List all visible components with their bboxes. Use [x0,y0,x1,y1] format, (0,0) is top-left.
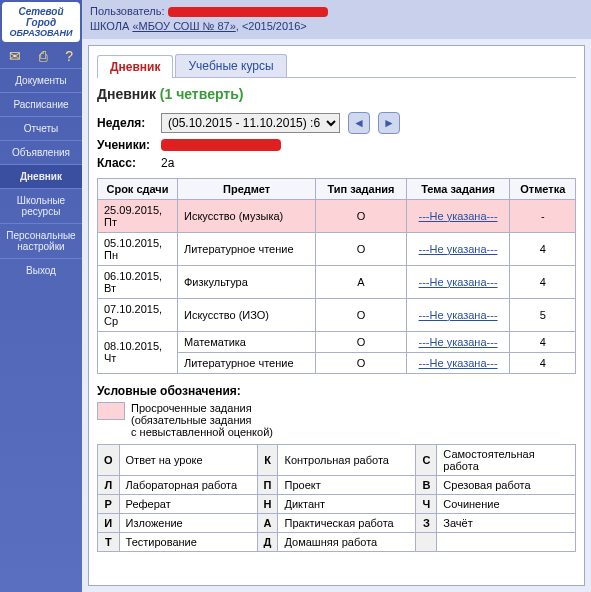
topic-link[interactable]: ---Не указана--- [419,276,498,288]
week-filter-row: Неделя: (05.10.2015 - 11.10.2015) :6 ◄ ► [97,112,576,134]
legend-row: ТТестированиеДДомашняя работа [98,532,576,551]
table-row: 05.10.2015, ПнЛитературное чтениеО---Не … [98,232,576,265]
legend-code: Д [257,532,278,551]
sidebar: Сетевой Город ОБРАЗОВАНИ ✉ ⎙ ? Документы… [0,0,82,592]
col-header: Срок сдачи [98,178,178,199]
subject-cell: Литературное чтение [178,232,316,265]
table-row: 08.10.2015, ЧтМатематикаО---Не указана--… [98,331,576,352]
legend-code: Л [98,475,120,494]
type-cell: О [316,199,406,232]
legend-desc: Ответ на уроке [119,444,257,475]
app-root: Сетевой Город ОБРАЗОВАНИ ✉ ⎙ ? Документы… [0,0,591,592]
nav-item-0[interactable]: Документы [0,68,82,92]
week-label: Неделя: [97,116,157,130]
topic-link[interactable]: ---Не указана--- [419,309,498,321]
type-cell: О [316,298,406,331]
legend-desc: Диктант [278,494,416,513]
type-cell: О [316,232,406,265]
legend-overdue-text: Просроченные задания(обязательные задани… [131,402,273,438]
legend-code: З [416,513,437,532]
logo-line1: Сетевой [4,6,78,17]
main-area: Пользователь: ШКОЛА «МБОУ СОШ № 87», <20… [82,0,591,592]
subject-cell: Искусство (ИЗО) [178,298,316,331]
legend-code: Р [98,494,120,513]
legend-code: С [416,444,437,475]
page-title: Дневник (1 четверть) [97,86,576,102]
col-header: Тема задания [406,178,510,199]
subject-cell: Математика [178,331,316,352]
legend-desc: Проект [278,475,416,494]
topic-link[interactable]: ---Не указана--- [419,210,498,222]
col-header: Предмет [178,178,316,199]
topic-cell: ---Не указана--- [406,265,510,298]
overdue-swatch [97,402,125,420]
legend-code: В [416,475,437,494]
legend-row: ЛЛабораторная работаППроектВСрезовая раб… [98,475,576,494]
table-row: 07.10.2015, СрИскусство (ИЗО)О---Не указ… [98,298,576,331]
print-icon[interactable]: ⎙ [39,48,47,64]
topic-link[interactable]: ---Не указана--- [419,243,498,255]
legend-code: И [98,513,120,532]
topic-cell: ---Не указана--- [406,352,510,373]
mail-icon[interactable]: ✉ [9,48,21,64]
prev-week-button[interactable]: ◄ [348,112,370,134]
tab-1[interactable]: Учебные курсы [175,54,286,77]
student-filter-row: Ученики: [97,138,576,152]
class-value: 2а [161,156,174,170]
table-row: 06.10.2015, ВтФизкультураА---Не указана-… [98,265,576,298]
legend-desc: Зачёт [437,513,576,532]
legend-desc: Сочинение [437,494,576,513]
legend-code: Ч [416,494,437,513]
nav-item-5[interactable]: Школьные ресурсы [0,188,82,223]
legend-code: П [257,475,278,494]
mark-cell: 5 [510,298,576,331]
topic-cell: ---Не указана--- [406,298,510,331]
date-cell: 08.10.2015, Чт [98,331,178,373]
school-link[interactable]: «МБОУ СОШ № 87» [132,20,235,32]
tab-0[interactable]: Дневник [97,55,173,78]
nav-item-1[interactable]: Расписание [0,92,82,116]
class-label: Класс: [97,156,157,170]
date-cell: 06.10.2015, Вт [98,265,178,298]
mark-cell: - [510,199,576,232]
col-header: Отметка [510,178,576,199]
school-label: ШКОЛА [90,20,129,32]
next-week-button[interactable]: ► [378,112,400,134]
subject-cell: Искусство (музыка) [178,199,316,232]
topic-cell: ---Не указана--- [406,232,510,265]
type-cell: О [316,352,406,373]
help-icon[interactable]: ? [65,48,73,64]
sidebar-icon-row: ✉ ⎙ ? [0,44,82,68]
mark-cell: 4 [510,232,576,265]
tabs: ДневникУчебные курсы [97,54,576,78]
legend-title: Условные обозначения: [97,384,576,398]
legend-desc: Изложение [119,513,257,532]
mark-cell: 4 [510,331,576,352]
grades-table: Срок сдачиПредметТип заданияТема задания… [97,178,576,374]
topic-link[interactable]: ---Не указана--- [419,336,498,348]
week-select[interactable]: (05.10.2015 - 11.10.2015) :6 [161,113,340,133]
nav-item-2[interactable]: Отчеты [0,116,82,140]
legend-table: ООтвет на урокеККонтрольная работаССамос… [97,444,576,552]
user-label: Пользователь: [90,5,164,17]
nav-item-3[interactable]: Объявления [0,140,82,164]
type-cell: А [316,265,406,298]
legend-code: Н [257,494,278,513]
type-cell: О [316,331,406,352]
legend-code: Т [98,532,120,551]
nav-item-7[interactable]: Выход [0,258,82,282]
legend-overdue-row: Просроченные задания(обязательные задани… [97,402,576,438]
date-cell: 25.09.2015, Пт [98,199,178,232]
topic-cell: ---Не указана--- [406,331,510,352]
class-filter-row: Класс: 2а [97,156,576,170]
logo-line2: Город [4,17,78,28]
legend-code: О [98,444,120,475]
topic-link[interactable]: ---Не указана--- [419,357,498,369]
legend-desc: Тестирование [119,532,257,551]
nav-item-4[interactable]: Дневник [0,164,82,188]
subject-cell: Физкультура [178,265,316,298]
title-term: (1 четверть) [160,86,244,102]
date-cell: 07.10.2015, Ср [98,298,178,331]
redacted-student [161,139,281,151]
nav-item-6[interactable]: Персональные настройки [0,223,82,258]
